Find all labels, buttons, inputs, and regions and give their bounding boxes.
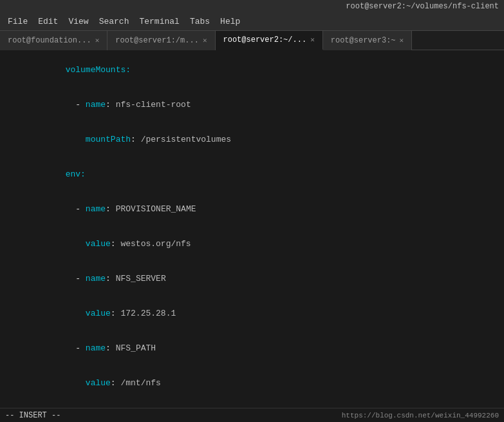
code-line-8: value: 172.25.28.1 <box>5 296 499 331</box>
code-line-9: - name: NFS_PATH <box>5 331 499 366</box>
title-text: root@server2:~/volumes/nfs-client <box>346 2 499 11</box>
menu-view[interactable]: View <box>63 15 93 28</box>
vim-mode: -- INSERT -- <box>5 411 61 420</box>
code-line-4: env: <box>5 157 499 192</box>
tab-foundation[interactable]: root@foundation... ✕ <box>0 31 107 50</box>
code-line-3: mountPath: /persistentvolumes <box>5 122 499 157</box>
tab-close-foundation[interactable]: ✕ <box>95 36 100 44</box>
menu-edit[interactable]: Edit <box>33 15 63 28</box>
tab-close-server2[interactable]: ✕ <box>310 35 315 44</box>
code-line-5: - name: PROVISIONER_NAME <box>5 192 499 227</box>
code-line-1: volumeMounts: <box>5 53 499 88</box>
menu-tabs[interactable]: Tabs <box>185 15 215 28</box>
menu-bar: File Edit View Search Terminal Tabs Help <box>0 13 504 31</box>
code-line-7: - name: NFS_SERVER <box>5 262 499 296</box>
code-line-10: value: /mnt/nfs <box>5 366 499 401</box>
title-bar: root@server2:~/volumes/nfs-client <box>0 0 504 13</box>
tab-server1[interactable]: root@server1:/m... ✕ <box>107 31 215 50</box>
menu-search[interactable]: Search <box>94 15 135 28</box>
tab-server2[interactable]: root@server2:~/... ✕ <box>216 31 323 50</box>
code-line-11: volumes: <box>5 401 499 408</box>
tab-close-server1[interactable]: ✕ <box>203 36 207 44</box>
url-reference: https://blog.csdn.net/weixin_44992260 <box>342 412 499 419</box>
tab-close-server3[interactable]: ✕ <box>400 36 404 44</box>
menu-file[interactable]: File <box>3 15 33 28</box>
status-bar: -- INSERT -- https://blog.csdn.net/weixi… <box>0 408 504 422</box>
tab-server3[interactable]: root@server3:~ ✕ <box>323 31 412 50</box>
menu-help[interactable]: Help <box>215 15 245 28</box>
terminal-content[interactable]: volumeMounts: - name: nfs-client-root mo… <box>0 50 504 408</box>
code-line-6: value: westos.org/nfs <box>5 227 499 262</box>
tab-bar: root@foundation... ✕ root@server1:/m... … <box>0 31 504 50</box>
menu-terminal[interactable]: Terminal <box>134 15 184 28</box>
code-line-2: - name: nfs-client-root <box>5 88 499 122</box>
